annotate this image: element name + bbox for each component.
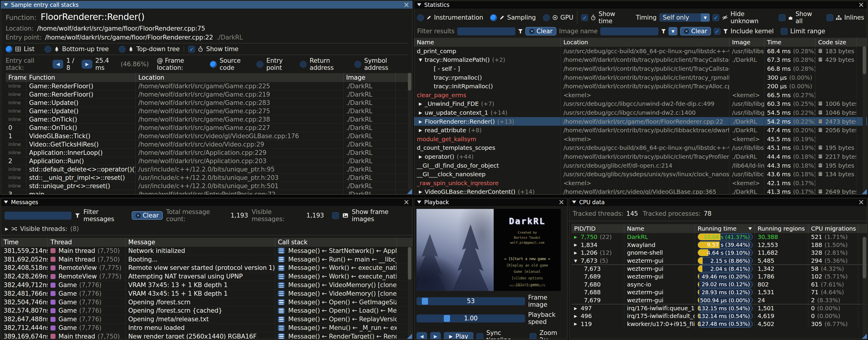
collapse-icon[interactable] [572, 201, 576, 204]
filter-icon[interactable] [661, 29, 666, 34]
table-row[interactable]: __GI__dl_find_dso_for_object /usr/src/de… [414, 161, 867, 170]
table-row[interactable]: tracy::InitRpmalloc() /home/wolf/darkrl/… [414, 82, 867, 91]
close-icon[interactable]: × [403, 1, 409, 8]
table-row[interactable]: inline Application::InnerLoop() /home/wo… [6, 149, 408, 157]
collapse-icon[interactable] [4, 3, 8, 6]
cpu-row[interactable]: 7,680 async-io 29.02 ms (0.12%) 802 61(7… [571, 281, 867, 289]
scrollbar[interactable] [408, 246, 411, 337]
table-row[interactable]: ▶ operator() (+44) /home/wolf/darkrl/con… [414, 152, 867, 161]
table-row[interactable]: inline Video::GetTicksHiRes() /home/wolf… [6, 140, 408, 149]
message-row[interactable]: 381,559,214ns Main thread (7,750) Networ… [1, 247, 412, 255]
table-row[interactable]: __GI___clock_nanosleep /usr/src/debug/gl… [414, 170, 867, 179]
expand-icon[interactable]: ▶ [419, 154, 422, 159]
close-icon[interactable]: × [558, 199, 564, 205]
message-row[interactable]: 382,504,746ns Game (7,776) Opening /fore… [1, 298, 412, 307]
sampling-radio[interactable] [490, 14, 497, 21]
callstack-icon[interactable] [278, 265, 285, 271]
collapse-icon[interactable] [4, 201, 8, 204]
filter-icon[interactable] [75, 214, 80, 218]
show-frame-images-checkbox[interactable]: ✓ [332, 212, 339, 219]
clear-button[interactable]: ×Clear [132, 211, 163, 220]
list-radio[interactable] [6, 46, 12, 53]
show-time-checkbox[interactable]: ✓ [581, 14, 588, 21]
expand-icon[interactable]: ▶ [419, 101, 422, 106]
table-row[interactable]: inline Game::Update() /home/wolf/darkrl/… [6, 99, 408, 107]
filter-icon[interactable] [518, 29, 523, 34]
resize-grip[interactable] [862, 189, 867, 194]
inlines-checkbox[interactable]: ✓ [827, 14, 833, 21]
table-row[interactable]: inline Game::OnTick() /home/wolf/darkrl/… [6, 115, 408, 124]
top-down-radio[interactable] [119, 46, 126, 53]
table-row[interactable]: d_count_templates_scopes /usr/src/debug/… [414, 144, 867, 152]
scrollbar[interactable] [408, 72, 411, 192]
table-row[interactable]: d_print_comp /usr/src/debug/gcc-build/x8… [414, 47, 867, 56]
image-filter-dropdown[interactable]: ▼ [669, 27, 677, 35]
gpu-radio[interactable] [543, 14, 550, 21]
close-icon[interactable]: × [858, 1, 864, 8]
expand-icon[interactable]: ▶ [419, 189, 422, 194]
callstack-icon[interactable] [278, 308, 285, 314]
callstack-icon[interactable] [278, 282, 285, 288]
message-row[interactable]: 382,481,766ns Game (7,776) VRAM 43x45: 1… [1, 289, 412, 298]
message-row[interactable]: 382,647,488ns Game (7,776) Opening /meta… [1, 315, 412, 324]
prev-stack-button[interactable]: ◀ [53, 60, 63, 69]
resize-grip[interactable] [407, 334, 412, 339]
clear-image-filter-button[interactable]: ×Clear [680, 27, 711, 35]
message-row[interactable]: 382,574,807ns Game (7,776) Opening /fore… [1, 307, 412, 315]
expand-icon[interactable]: ▶ [419, 110, 422, 115]
sync-timeline-checkbox[interactable]: ✓ [476, 333, 483, 340]
callstack-icon[interactable] [278, 274, 285, 280]
table-row[interactable]: inline Game::RenderFloor() /home/wolf/da… [6, 90, 408, 99]
table-row[interactable]: [ - self - ] /home/wolf/darkrl/contrib/t… [414, 64, 867, 73]
table-row[interactable]: ▶ FloorRenderer::Render() (+13) /home/wo… [414, 117, 867, 126]
callstack-icon[interactable] [278, 316, 285, 322]
table-row[interactable]: ▶ _Unwind_Find_FDE (+7) /usr/src/debug/g… [414, 100, 867, 109]
expand-icon[interactable]: ▶ [419, 128, 422, 133]
table-row[interactable]: clear_page_erms <kernel> <kernel> 66.5 m… [414, 91, 867, 100]
table-row[interactable]: inline std::__uniq_ptr_impl<>::reset() /… [6, 174, 408, 182]
expand-icon[interactable]: ▶ [574, 243, 581, 247]
timing-dropdown[interactable]: Self only ▼ [659, 13, 710, 22]
bottom-up-radio[interactable] [44, 46, 51, 53]
callstack-icon[interactable] [278, 256, 285, 262]
table-row[interactable]: _raw_spin_unlock_irqrestore <kernel> <ke… [414, 179, 867, 188]
filter-messages-input[interactable] [4, 211, 71, 220]
cpu-row[interactable]: ▶ 496 irq/175-iwlwifi:default_qu 132.14 … [571, 312, 867, 320]
callstack-icon[interactable] [278, 333, 285, 339]
table-row[interactable]: module_get_kallsym <kernel> <kernel> 45.… [414, 135, 867, 144]
source-code-radio[interactable] [210, 61, 217, 68]
table-row[interactable]: ▶ VideoGLBase::RenderContent() (+14) /ho… [414, 188, 867, 195]
table-row[interactable]: inline Game::Update() /home/wolf/darkrl/… [6, 107, 408, 115]
cpu-row[interactable]: ▶ 119 kworker/u17:0+i915_flip 127.48 ms … [571, 320, 867, 328]
cpu-row[interactable]: ▶ 497 irq/176-iwlwifi:queue_1 132.15 ms … [571, 304, 867, 312]
table-row[interactable]: 0 Game::OnTick() /home/wolf/darkrl/src/g… [6, 124, 408, 132]
show-all-checkbox[interactable]: ✓ [779, 14, 785, 21]
cpu-row[interactable]: ▶ 1,206 (12) gnome-shell 4.64 s (19.10%)… [571, 249, 867, 257]
table-row[interactable]: ▶ uw_update_context_1 (+14) /usr/src/deb… [414, 108, 867, 117]
callstack-icon[interactable] [278, 325, 285, 331]
table-row[interactable]: inline Game::RenderFloor() /home/wolf/da… [6, 82, 408, 90]
cpu-row[interactable]: ▶ 1,834 Xwayland 9.57 s (39.44%) 12,553 … [571, 241, 867, 249]
expand-icon[interactable]: ▼ [419, 57, 422, 62]
next-stack-button[interactable]: ▶ [82, 60, 92, 69]
table-row[interactable]: 3 main /home/wolf/darkrl/src/EntryPointP… [6, 190, 408, 195]
expand-icon[interactable]: ▶ [574, 306, 581, 311]
expand-icon[interactable]: ▶ [574, 321, 581, 326]
next-frame-button[interactable]: ▶ [430, 332, 441, 339]
cpu-row[interactable]: ▶ 7,750 (22) DarkRL 10.04 s (41.37%) 30,… [571, 233, 867, 241]
play-button[interactable]: ▶Play [444, 332, 473, 340]
expand-icon[interactable]: ▶ [574, 235, 581, 239]
message-row[interactable]: 389,169,674ns Main thread (7,750) New re… [1, 332, 412, 339]
table-row[interactable]: ▶ read_attribute (+8) /home/wolf/darkrl/… [414, 126, 867, 135]
frame-slider[interactable]: 53 [416, 297, 525, 305]
expand-icon[interactable]: ▶ [5, 226, 8, 231]
expand-icon[interactable]: ▼ [574, 259, 581, 263]
expand-icon[interactable]: ▶ [574, 314, 581, 318]
symbol-address-radio[interactable] [354, 61, 361, 68]
table-row[interactable]: 1 VideoGLBase::Tick() /home/wolf/darkrl/… [6, 132, 408, 140]
cpu-row[interactable]: 7,679 wezterm-gui 500.94 µs (0.00%) 24 2… [571, 296, 867, 304]
scrollbar[interactable] [863, 46, 866, 193]
cpu-row[interactable]: 7,673 wezterm-gui 2.04 s (8.41%) 1,342 5… [571, 264, 867, 273]
message-row[interactable]: 382,712,444ns Game (7,776) Intro menu lo… [1, 324, 412, 332]
message-row[interactable]: 381,692,052ns Main thread (7,750) Bootin… [1, 255, 412, 264]
